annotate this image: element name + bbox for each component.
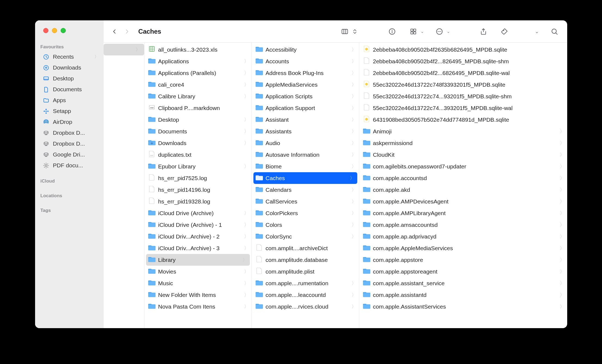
list-item[interactable]: New Folder With Items〉: [144, 289, 252, 301]
list-item[interactable]: Accounts〉: [252, 55, 359, 67]
list-item[interactable]: Calibre Library〉: [144, 90, 252, 102]
sidebar-item-downloads[interactable]: Downloads: [37, 62, 101, 73]
sidebar-item-dropbox-d[interactable]: Dropbox D...: [37, 127, 101, 138]
list-item[interactable]: Applications (Parallels)〉: [144, 67, 252, 79]
sidebar-group-title[interactable]: Locations: [35, 186, 104, 200]
list-item[interactable]: 55ec32022e46d13722c74...393201f5_MPDB.sq…: [359, 102, 567, 114]
list-item[interactable]: com.apple.assistant_service〉: [359, 277, 567, 289]
list-item[interactable]: hs_err_pid14196.log: [144, 184, 252, 196]
list-item[interactable]: ColorSync〉: [252, 231, 359, 242]
list-item[interactable]: Animoji〉: [359, 125, 567, 137]
close-button[interactable]: [43, 28, 48, 33]
column-1[interactable]: all_outlinks...3-2023.xlsApplications〉Ap…: [144, 43, 252, 328]
list-item[interactable]: 6431908bed305057b502e74dd774891d_MPDB.sq…: [359, 114, 567, 125]
column-3[interactable]: 2ebbeba408cb90502b4f2635b6826495_MPDB.sq…: [359, 43, 567, 328]
list-item[interactable]: askpermissiond〉: [359, 137, 567, 149]
list-item[interactable]: Biome〉: [252, 161, 359, 172]
back-button[interactable]: [110, 27, 119, 36]
get-info-button[interactable]: [386, 27, 398, 36]
forward-button[interactable]: [122, 27, 132, 36]
list-item[interactable]: Epubor Library〉: [144, 161, 252, 172]
sidebar-group-title[interactable]: Favourites: [35, 37, 104, 51]
list-item[interactable]: com.apple.akd〉: [359, 184, 567, 196]
list-item[interactable]: cali_core4〉: [144, 79, 252, 90]
list-item[interactable]: com.apple.AMPLibraryAgent〉: [359, 207, 567, 219]
list-item[interactable]: iCloud Drive (Archive)〉: [144, 207, 252, 219]
list-item[interactable]: CloudKit〉: [359, 149, 567, 161]
list-item[interactable]: 2ebbeba408cb90502b4f2635b6826495_MPDB.sq…: [359, 44, 567, 55]
list-item[interactable]: Application Scripts〉: [252, 90, 359, 102]
view-columns-button[interactable]: [339, 27, 350, 36]
list-item[interactable]: Nova Pasta Com Itens〉: [144, 301, 252, 312]
sidebar-item-documents[interactable]: Documents: [37, 84, 101, 95]
column-0[interactable]: 〉: [104, 43, 144, 328]
list-item[interactable]: Documents〉: [144, 125, 252, 137]
view-switcher-chevron[interactable]: [351, 27, 359, 36]
search-button[interactable]: [549, 27, 560, 36]
list-item[interactable]: duplicates.txt: [144, 149, 252, 161]
list-item[interactable]: Application Support〉: [252, 102, 359, 114]
list-item[interactable]: com.apple.AMPDevicesAgent〉: [359, 196, 567, 207]
list-item[interactable]: hs_err_pid19328.log: [144, 196, 252, 207]
list-item[interactable]: Audio〉: [252, 137, 359, 149]
list-item[interactable]: com.apple.AssistantServices〉: [359, 301, 567, 312]
sidebar-group-title[interactable]: Tags: [35, 200, 104, 215]
list-item[interactable]: com.apple.accountsd〉: [359, 172, 567, 184]
list-item[interactable]: Caches〉: [253, 172, 357, 184]
list-item[interactable]: com.apple....rvices.cloud〉: [252, 301, 359, 312]
sidebar-group-title[interactable]: iCloud: [35, 171, 104, 186]
list-item[interactable]: 55ec32022e46d13722c748f3393201f5_MPDB.sq…: [359, 79, 567, 90]
list-item[interactable]: com.apple.appstore〉: [359, 254, 567, 266]
list-item[interactable]: Desktop〉: [144, 114, 252, 125]
list-item[interactable]: com.agilebits.onepassword7-updater〉: [359, 161, 567, 172]
list-item[interactable]: Calendars〉: [252, 184, 359, 196]
sidebar-item-airdrop[interactable]: AirDrop: [37, 117, 101, 127]
list-item[interactable]: Accessibility〉: [252, 44, 359, 55]
tags-button[interactable]: [499, 27, 510, 36]
list-item[interactable]: 55ec32022e46d13722c74...93201f5_MPDB.sql…: [359, 90, 567, 102]
list-item[interactable]: com.apple.AppleMediaServices〉: [359, 242, 567, 254]
fullscreen-button[interactable]: [61, 28, 66, 33]
action-button[interactable]: [434, 27, 445, 36]
list-item[interactable]: com.amplit....archiveDict: [252, 242, 359, 254]
sidebar-item-recents[interactable]: Recents〉: [37, 51, 101, 62]
list-item[interactable]: iCloud Drive (Archive) - 1〉: [144, 219, 252, 231]
list-item[interactable]: Library〉: [146, 254, 250, 266]
list-item[interactable]: Movies〉: [144, 266, 252, 277]
sidebar-item-pdf-docu[interactable]: PDF docu...: [37, 160, 101, 171]
sidebar-item-desktop[interactable]: Desktop: [37, 73, 101, 84]
list-item[interactable]: Assistant〉: [252, 114, 359, 125]
sidebar-item-setapp[interactable]: Setapp: [37, 106, 101, 117]
list-item[interactable]: 2ebbeba408cb90502b4f2...826495_MPDB.sqli…: [359, 55, 567, 67]
list-item[interactable]: com.apple....rumentation〉: [252, 277, 359, 289]
sidebar-item-google-dri[interactable]: Google Dri...: [37, 149, 101, 160]
group-by-button[interactable]: [408, 27, 419, 36]
list-item[interactable]: Autosave Information〉: [252, 149, 359, 161]
minimize-button[interactable]: [52, 28, 57, 33]
list-item[interactable]: Assistants〉: [252, 125, 359, 137]
list-item[interactable]: CallServices〉: [252, 196, 359, 207]
list-item[interactable]: com.apple.assistantd〉: [359, 289, 567, 301]
list-item[interactable]: AppleMediaServices〉: [252, 79, 359, 90]
list-item[interactable]: hs_err_pid7525.log: [144, 172, 252, 184]
list-item[interactable]: com.amplitude.plist: [252, 266, 359, 277]
list-item[interactable]: Address Book Plug-Ins〉: [252, 67, 359, 79]
list-item[interactable]: all_outlinks...3-2023.xls: [144, 44, 252, 55]
list-item[interactable]: Applications〉: [144, 55, 252, 67]
list-item[interactable]: com.amplitude.database: [252, 254, 359, 266]
list-item[interactable]: com.apple.ap.adprivacyd〉: [359, 231, 567, 242]
list-item[interactable]: iCloud Driv...Archive) - 3〉: [144, 242, 252, 254]
dropdown-button[interactable]: ⌄: [535, 29, 539, 34]
list-item[interactable]: com.apple.amsaccountsd〉: [359, 219, 567, 231]
list-item[interactable]: iCloud Driv...Archive) - 2〉: [144, 231, 252, 242]
share-button[interactable]: [478, 27, 489, 36]
list-item-current[interactable]: 〉: [104, 44, 144, 55]
list-item[interactable]: com.apple....leaccountd〉: [252, 289, 359, 301]
list-item[interactable]: com.apple.appstoreagent〉: [359, 266, 567, 277]
sidebar-item-apps[interactable]: Apps: [37, 95, 101, 106]
list-item[interactable]: Clipboard P....markdown: [144, 102, 252, 114]
list-item[interactable]: 2ebbeba408cb90502b4f2...6826495_MPDB.sql…: [359, 67, 567, 79]
list-item[interactable]: Colors〉: [252, 219, 359, 231]
column-2[interactable]: Accessibility〉Accounts〉Address Book Plug…: [252, 43, 359, 328]
list-item[interactable]: ColorPickers〉: [252, 207, 359, 219]
